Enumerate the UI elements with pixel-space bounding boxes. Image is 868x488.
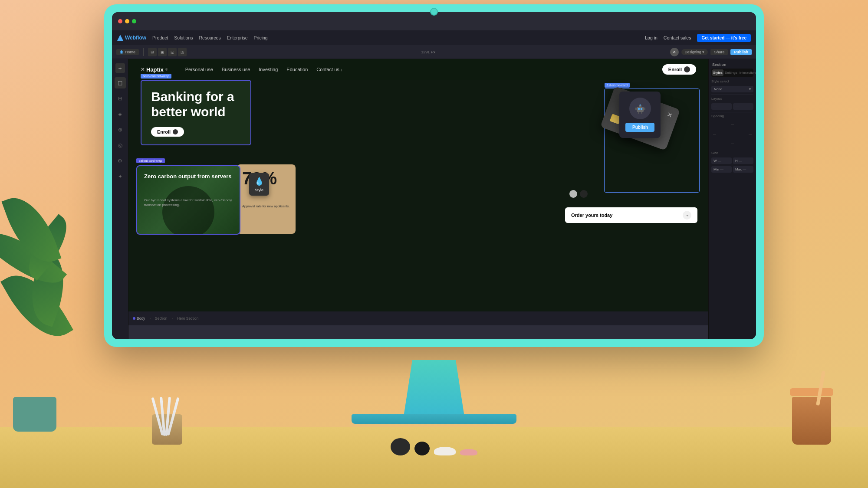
- rp-max-input[interactable]: Max —: [733, 166, 753, 173]
- toolbar-icons: ⊞ ▣ ◱ ◳: [148, 48, 187, 56]
- webflow-logo[interactable]: Webflow: [117, 35, 146, 41]
- card-logo-x: ✕: [666, 110, 674, 120]
- publish-robot-icon: [629, 98, 651, 119]
- rp-style-dropdown-value: None: [714, 87, 722, 91]
- site-nav-education[interactable]: Education: [286, 67, 308, 72]
- style-tooltip[interactable]: 💧 Style: [249, 173, 269, 196]
- sidebar-assets[interactable]: ◈: [115, 108, 126, 120]
- breadcrumb-hero-section[interactable]: Hero Section: [177, 316, 198, 321]
- nav-product[interactable]: Product: [152, 35, 168, 40]
- sidebar-pages[interactable]: ⊟: [115, 93, 126, 104]
- add-element-button[interactable]: +: [115, 63, 125, 73]
- svg-rect-6: [644, 108, 645, 110]
- desk-objects: [391, 438, 477, 455]
- rp-spacing-left: —: [713, 132, 716, 135]
- publish-robot-svg: [634, 102, 646, 115]
- nav-pricing[interactable]: Pricing: [254, 35, 268, 40]
- desk-surface: [0, 427, 868, 488]
- breadcrumb-separator-1: ›: [149, 317, 151, 321]
- monitor-body: Webflow Product Solutions Resources Ente…: [104, 4, 764, 347]
- callout-desc: Our hydracool systems allow for sustaina…: [144, 198, 233, 207]
- rp-layout-input-2[interactable]: —: [733, 103, 753, 110]
- card-color-dark[interactable]: [580, 190, 588, 198]
- breadcrumb-body[interactable]: Body: [133, 316, 145, 321]
- site-enroll-button[interactable]: Enroll: [662, 64, 696, 75]
- pen-holder: [152, 414, 182, 445]
- toolbar-icon-3[interactable]: ◱: [168, 48, 177, 56]
- rp-spacing-label: Spacing: [711, 114, 724, 118]
- sidebar-navigator[interactable]: ◫: [115, 77, 126, 88]
- sidebar-components[interactable]: ✦: [115, 171, 126, 182]
- svg-rect-1: [638, 108, 640, 110]
- rp-height-input[interactable]: H —: [733, 157, 753, 164]
- desk-obj-3: [434, 447, 456, 455]
- share-button[interactable]: Share: [710, 49, 728, 55]
- rp-min-input[interactable]: Min —: [711, 166, 732, 173]
- site-enroll-label: Enroll: [668, 67, 682, 72]
- chevron-down-icon: ▾: [702, 50, 704, 54]
- hero-content-inner: hero-content-wrap Banking for a better w…: [141, 80, 251, 145]
- rp-layout-inputs: — —: [711, 103, 753, 110]
- rp-layout-input-1[interactable]: —: [711, 103, 732, 110]
- coffee-lid: [790, 388, 833, 396]
- designing-badge[interactable]: Designing ▾: [681, 49, 708, 55]
- order-button[interactable]: Order yours today →: [565, 207, 697, 223]
- rp-tab-settings[interactable]: Settings: [724, 69, 738, 76]
- mode-label: Designing: [685, 50, 701, 54]
- nav-enterprise[interactable]: Enterprise: [227, 35, 248, 40]
- monitor: Webflow Product Solutions Resources Ente…: [104, 4, 764, 488]
- rp-divider-3: [711, 149, 753, 149]
- rp-tab-interactions[interactable]: Interactions: [739, 69, 756, 76]
- svg-rect-5: [635, 108, 637, 110]
- toolbar-icon-4[interactable]: ◳: [178, 48, 187, 56]
- order-btn-arrow-icon: →: [683, 211, 691, 219]
- site-nav-contact[interactable]: Contact us: [316, 67, 342, 72]
- nav-resources[interactable]: Resources: [199, 35, 221, 40]
- rp-tab-styles[interactable]: Styles: [712, 69, 723, 76]
- site-logo-tm: ®: [165, 68, 168, 72]
- callout-card-wrap: callout-card-wrap Zero carbon output fro…: [136, 156, 240, 235]
- rp-width-input[interactable]: W —: [711, 157, 732, 164]
- user-avatar[interactable]: A: [670, 48, 679, 56]
- get-started-button[interactable]: Get started — it's free: [697, 34, 751, 42]
- canvas-area[interactable]: ✕ Haptix ® Personal use Business use Inv…: [128, 59, 708, 339]
- rp-tabs: Styles Settings Interactions: [711, 69, 753, 77]
- size-display: 1291 Px: [421, 50, 435, 54]
- hero-enroll-button[interactable]: Enroll: [151, 127, 184, 137]
- order-button-area: Order yours today →: [565, 207, 697, 223]
- maximize-button[interactable]: [132, 19, 136, 23]
- monitor-screen[interactable]: Webflow Product Solutions Resources Ente…: [112, 12, 756, 339]
- site-nav-business[interactable]: Business use: [222, 67, 250, 72]
- contact-sales-button[interactable]: Contact sales: [664, 35, 691, 40]
- home-button[interactable]: Home: [116, 49, 139, 55]
- rp-layout-label: Layout: [711, 97, 722, 101]
- toolbar-icon-2[interactable]: ▣: [158, 48, 167, 56]
- publish-button[interactable]: Publish: [730, 49, 752, 55]
- login-button[interactable]: Log in: [645, 35, 658, 40]
- rp-style-dropdown[interactable]: None ▾: [711, 86, 753, 92]
- minimize-button[interactable]: [125, 19, 129, 23]
- svg-rect-0: [637, 107, 644, 112]
- nav-solutions[interactable]: Solutions: [174, 35, 193, 40]
- site-logo-x: ✕: [141, 67, 145, 72]
- sidebar-settings[interactable]: ⚙: [115, 155, 126, 167]
- stats-label: Approval rate for new applicants.: [242, 204, 290, 209]
- rp-spacing-right: —: [749, 132, 752, 135]
- card-color-white[interactable]: [569, 190, 577, 198]
- site-nav-investing[interactable]: Investing: [259, 67, 278, 72]
- breadcrumb-section[interactable]: Section: [155, 316, 167, 321]
- site-nav-personal[interactable]: Personal use: [185, 67, 213, 72]
- desk-obj-1: [391, 438, 410, 455]
- publish-panel: Publish: [619, 92, 661, 138]
- webflow-navbar: Webflow Product Solutions Resources Ente…: [112, 30, 756, 45]
- rp-size-inputs: W — H —: [711, 157, 753, 164]
- enroll-circle-icon: [684, 66, 690, 72]
- rp-style-select-row: Style select: [711, 79, 753, 83]
- rp-size-label: Size: [711, 151, 718, 155]
- svg-point-4: [639, 105, 641, 106]
- toolbar-icon-1[interactable]: ⊞: [148, 48, 157, 56]
- publish-confirm-button[interactable]: Publish: [625, 123, 654, 132]
- close-button[interactable]: [118, 19, 122, 23]
- sidebar-ecommerce[interactable]: ◎: [115, 140, 126, 151]
- sidebar-cms[interactable]: ⊕: [115, 124, 126, 135]
